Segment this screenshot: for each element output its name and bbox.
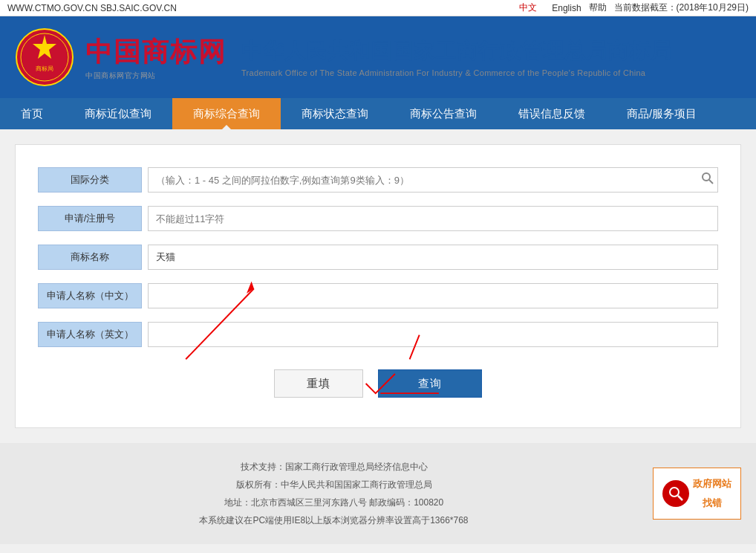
nav-bulletin-search[interactable]: 商标公告查询 <box>389 98 498 129</box>
main-content: 国际分类 申请/注册号 <box>0 129 756 443</box>
footer-line2: 版权所有：中华人民共和国国家工商行政管理总局 <box>15 476 653 494</box>
footer-left: 技术支持：国家工商行政管理总局经济信息中心 版权所有：中华人民共和国国家工商行政… <box>15 458 653 529</box>
logo-subtitle: 中国商标网官方网站 <box>85 71 227 81</box>
input-wrap-international-class <box>148 167 718 193</box>
input-wrap-reg-number <box>148 206 718 231</box>
help-link[interactable]: 帮助 <box>589 1 607 14</box>
lang-chinese[interactable]: 中文 <box>519 1 537 14</box>
top-bar-domains: WWW.CTMO.GOV.CN SBJ.SAIC.GOV.CN <box>7 3 177 13</box>
input-trademark-name[interactable] <box>148 245 718 270</box>
main-title: 中华人民共和国国家工商行政管理总局商标局 <box>241 37 672 65</box>
button-row: 重填 查询 <box>38 369 718 398</box>
svg-line-5 <box>709 180 713 184</box>
label-reg-number: 申请/注册号 <box>38 206 142 231</box>
logo-text: 中国商标网 <box>85 34 227 71</box>
svg-point-4 <box>703 173 710 181</box>
query-button[interactable]: 查询 <box>378 369 482 398</box>
label-international-class: 国际分类 <box>38 167 142 193</box>
input-wrap-applicant-cn <box>148 283 718 308</box>
input-wrap-applicant-en <box>148 322 718 347</box>
nav-similar-search[interactable]: 商标近似查询 <box>64 98 172 129</box>
form-row-applicant-cn: 申请人名称（中文） <box>38 283 718 308</box>
input-wrap-trademark-name <box>148 245 718 270</box>
nav-error-feedback[interactable]: 错误信息反馈 <box>498 98 606 129</box>
form-row-applicant-en: 申请人名称（英文） <box>38 322 718 347</box>
nav-goods-services[interactable]: 商品/服务项目 <box>606 98 717 129</box>
nav-comprehensive-search[interactable]: 商标综合查询 <box>172 98 281 129</box>
footer-line1: 技术支持：国家工商行政管理总局经济信息中心 <box>15 458 653 476</box>
svg-text:商标局: 商标局 <box>36 65 53 72</box>
form-row-reg-number: 申请/注册号 <box>38 206 718 231</box>
gov-label1: 政府网站 <box>693 474 731 494</box>
top-bar: WWW.CTMO.GOV.CN SBJ.SAIC.GOV.CN 中文 Engli… <box>0 0 756 16</box>
data-date: 当前数据截至：(2018年10月29日) <box>614 1 749 14</box>
logo-area: 商标局 中国商标网 中国商标网官方网站 <box>15 28 227 87</box>
lang-english[interactable]: English <box>552 3 581 13</box>
nav-bar: 首页 商标近似查询 商标综合查询 商标状态查询 商标公告查询 错误信息反馈 商品… <box>0 98 756 129</box>
gov-search-icon <box>662 480 689 507</box>
top-bar-right: 中文 English 帮助 当前数据截至：(2018年10月29日) <box>519 1 749 14</box>
label-applicant-en: 申请人名称（英文） <box>38 322 142 347</box>
search-icon-button[interactable] <box>701 172 714 188</box>
svg-line-11 <box>678 496 682 500</box>
input-applicant-en[interactable] <box>148 322 718 347</box>
nav-status-search[interactable]: 商标状态查询 <box>281 98 389 129</box>
footer-right[interactable]: 政府网站 找错 <box>653 468 741 520</box>
footer-line3: 地址：北京市西城区三里河东路八号 邮政编码：100820 <box>15 494 653 511</box>
input-applicant-cn[interactable] <box>148 283 718 308</box>
search-icon <box>701 172 714 185</box>
svg-point-10 <box>670 488 679 497</box>
footer: 技术支持：国家工商行政管理总局经济信息中心 版权所有：中华人民共和国国家工商行政… <box>0 443 756 544</box>
header: 商标局 中国商标网 中国商标网官方网站 中华人民共和国国家工商行政管理总局商标局… <box>0 16 756 98</box>
footer-line4: 本系统建议在PC端使用IE8以上版本浏览器分辨率设置高于1366*768 <box>15 511 653 529</box>
emblem-icon: 商标局 <box>15 28 74 87</box>
gov-label-wrap: 政府网站 找错 <box>693 474 731 513</box>
logo-title-area: 中国商标网 中国商标网官方网站 <box>85 34 227 81</box>
input-reg-number[interactable] <box>148 206 718 231</box>
label-applicant-cn: 申请人名称（中文） <box>38 283 142 308</box>
reset-button[interactable]: 重填 <box>274 369 363 398</box>
header-right-title: 中华人民共和国国家工商行政管理总局商标局 Trademark Office of… <box>241 37 672 77</box>
form-row-trademark-name: 商标名称 <box>38 245 718 270</box>
nav-home[interactable]: 首页 <box>0 98 64 129</box>
form-row-international-class: 国际分类 <box>38 167 718 193</box>
label-trademark-name: 商标名称 <box>38 245 142 270</box>
gov-label2: 找错 <box>703 494 722 513</box>
sub-title: Trademark Office of The State Administra… <box>241 68 672 77</box>
input-international-class[interactable] <box>148 167 718 193</box>
search-box: 国际分类 申请/注册号 <box>15 144 741 428</box>
